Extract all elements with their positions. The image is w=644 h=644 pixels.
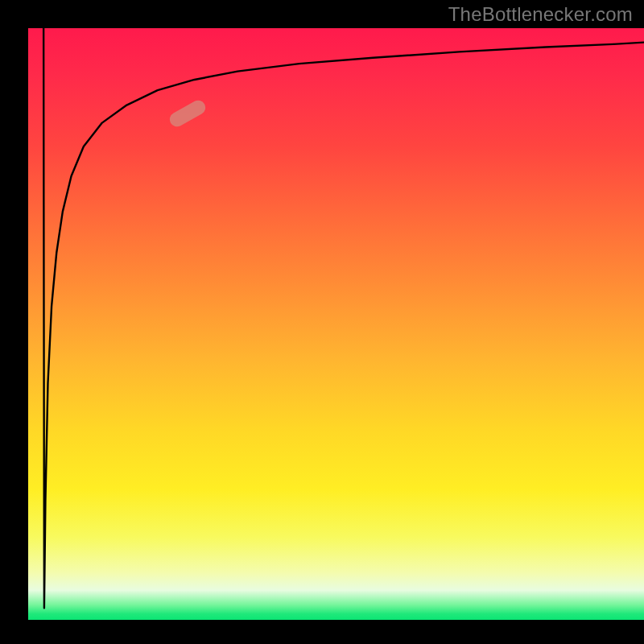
watermark-text: TheBottlenecker.com (448, 3, 633, 26)
plot-area (28, 28, 644, 620)
bottleneck-curve (28, 28, 644, 620)
